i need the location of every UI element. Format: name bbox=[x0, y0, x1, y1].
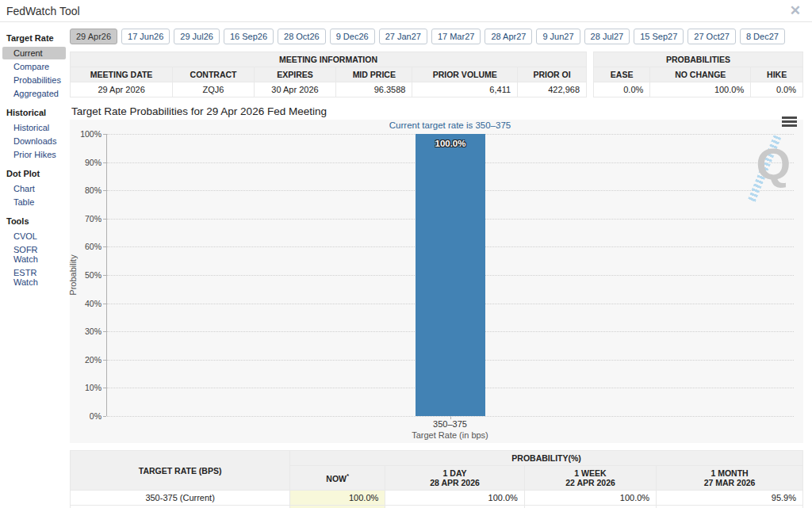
sidebar-item-prior-hikes[interactable]: Prior Hikes bbox=[2, 148, 66, 161]
y-tickmark bbox=[103, 331, 106, 332]
probabilities-title: PROBABILITIES bbox=[594, 52, 803, 67]
probability-percent-header: PROBABILITY(%) bbox=[290, 451, 803, 466]
chart-menu-icon[interactable] bbox=[782, 116, 797, 128]
column-header-line1: NOW bbox=[326, 474, 347, 483]
y-tickmark bbox=[103, 360, 106, 361]
y-tickmark bbox=[103, 304, 106, 304]
y-tick-label: 0% bbox=[90, 411, 102, 421]
tab-28-oct26[interactable]: 28 Oct26 bbox=[278, 29, 326, 44]
sidebar: Target RateCurrentCompareProbabilitiesAg… bbox=[0, 22, 68, 508]
probabilities-col-hike: HIKE bbox=[751, 67, 803, 82]
probabilities-table: PROBABILITIES EASENO CHANGEHIKE 0.0%100.… bbox=[593, 52, 803, 97]
app-header: FedWatch Tool ✕ bbox=[0, 0, 812, 22]
bar-350-375: 100.0% bbox=[416, 134, 485, 416]
probability-cell: 95.9% bbox=[657, 491, 803, 506]
sidebar-item-downloads[interactable]: Downloads bbox=[2, 135, 66, 147]
meeting-information-col-prior-oi: PRIOR OI bbox=[518, 67, 587, 82]
sidebar-heading-target-rate: Target Rate bbox=[0, 30, 68, 46]
probability-cell: 4.1% bbox=[657, 506, 803, 508]
tab-17-mar27[interactable]: 17 Mar27 bbox=[431, 29, 481, 44]
meeting-information-val-mid-price: 96.3588 bbox=[336, 82, 412, 97]
tab-28-apr27[interactable]: 28 Apr27 bbox=[485, 29, 532, 44]
probability-history-table: TARGET RATE (BPS) PROBABILITY(%) NOW*1 D… bbox=[70, 450, 803, 508]
y-axis-title: Probability bbox=[68, 243, 78, 307]
tab-9-jun27[interactable]: 9 Jun27 bbox=[536, 29, 580, 44]
tab-16-sep26[interactable]: 16 Sep26 bbox=[224, 29, 274, 44]
y-tick-label: 50% bbox=[85, 270, 102, 280]
column-header-line2: 28 APR 2026 bbox=[392, 478, 518, 487]
probability-cell: 100.0% bbox=[290, 491, 385, 506]
tab-8-dec27[interactable]: 8 Dec27 bbox=[740, 29, 785, 44]
meeting-information-val-prior-volume: 6,411 bbox=[412, 82, 518, 97]
probabilities-columns: EASENO CHANGEHIKE bbox=[594, 67, 803, 82]
tab-17-jun26[interactable]: 17 Jun26 bbox=[121, 29, 170, 44]
chart-subtitle: Current target rate is 350–375 bbox=[106, 120, 794, 130]
y-tickmark bbox=[103, 134, 106, 135]
column-header-line1: 1 DAY bbox=[443, 468, 467, 478]
sidebar-heading-historical: Historical bbox=[0, 105, 68, 120]
y-tickmark bbox=[103, 162, 106, 163]
meeting-information-col-contract: CONTRACT bbox=[173, 67, 255, 82]
column-header-now: NOW* bbox=[290, 466, 385, 491]
x-axis-title: Target Rate (in bps) bbox=[106, 430, 794, 440]
column-header-line1: 1 MONTH bbox=[710, 468, 748, 478]
meeting-information-title: MEETING INFORMATION bbox=[71, 52, 587, 67]
column-header-line2: 27 MAR 2026 bbox=[663, 478, 796, 487]
y-tickmark bbox=[103, 246, 106, 247]
target-rate-bps-header: TARGET RATE (BPS) bbox=[71, 451, 290, 491]
y-tick-label: 70% bbox=[85, 214, 102, 223]
meeting-information-columns: MEETING DATECONTRACTEXPIRESMID PRICEPRIO… bbox=[71, 67, 587, 82]
target-rate-cell: 350-375 (Current) bbox=[71, 491, 290, 506]
meeting-information-val-prior-oi: 422,968 bbox=[518, 82, 587, 97]
column-header-1-month: 1 MONTH27 MAR 2026 bbox=[657, 466, 803, 491]
meeting-information-col-prior-volume: PRIOR VOLUME bbox=[412, 67, 518, 82]
probabilities-val-ease: 0.0% bbox=[594, 82, 650, 97]
y-tickmark bbox=[103, 190, 106, 191]
column-header-line1: 1 WEEK bbox=[574, 468, 606, 478]
sidebar-item-probabilities[interactable]: Probabilities bbox=[2, 74, 66, 86]
bottom-table-body: 350-375 (Current)100.0%100.0%100.0%95.9%… bbox=[71, 491, 803, 508]
asterisk-note: * bbox=[347, 472, 349, 479]
probability-cell: 100.0% bbox=[524, 491, 656, 506]
sidebar-item-table[interactable]: Table bbox=[2, 196, 66, 208]
x-axis-ticks: 350–375 bbox=[106, 419, 794, 430]
sidebar-item-aggregated[interactable]: Aggregated bbox=[2, 87, 66, 100]
meeting-information-col-mid-price: MID PRICE bbox=[336, 67, 412, 82]
probabilities-values: 0.0%100.0%0.0% bbox=[594, 82, 803, 97]
tab-29-apr26[interactable]: 29 Apr26 bbox=[70, 29, 117, 44]
x-tickmark bbox=[450, 416, 451, 419]
probabilities-col-no-change: NO CHANGE bbox=[650, 67, 751, 82]
sidebar-item-cvol[interactable]: CVOL bbox=[2, 230, 66, 243]
meeting-information-val-meeting-date: 29 Apr 2026 bbox=[71, 82, 173, 97]
y-tickmark bbox=[103, 219, 106, 220]
sidebar-item-estr-watch[interactable]: ESTR Watch bbox=[2, 266, 66, 288]
probabilities-val-hike: 0.0% bbox=[751, 82, 803, 97]
bar-value-label: 100.0% bbox=[435, 139, 465, 148]
probabilities-col-ease: EASE bbox=[594, 67, 650, 82]
meeting-information-col-meeting-date: MEETING DATE bbox=[71, 67, 173, 82]
y-tick-label: 100% bbox=[80, 129, 102, 139]
sidebar-item-current[interactable]: Current bbox=[2, 47, 66, 59]
sidebar-item-historical[interactable]: Historical bbox=[2, 121, 66, 134]
tab-29-jul26[interactable]: 29 Jul26 bbox=[174, 29, 220, 44]
tab-27-jan27[interactable]: 27 Jan27 bbox=[379, 29, 427, 44]
tab-27-oct27[interactable]: 27 Oct27 bbox=[688, 29, 736, 44]
y-tick-label: 20% bbox=[85, 355, 102, 365]
meeting-information-values: 29 Apr 2026ZQJ630 Apr 202696.35886,41142… bbox=[71, 82, 587, 97]
plot-area: 100%90%80%70%60%50%40%30%20%10%0%100.0% bbox=[106, 134, 794, 416]
close-icon[interactable]: ✕ bbox=[790, 4, 801, 17]
x-tick-label: 350–375 bbox=[433, 419, 467, 429]
tab-28-jul27[interactable]: 28 Jul27 bbox=[584, 29, 630, 44]
sidebar-item-chart[interactable]: Chart bbox=[2, 182, 66, 195]
column-header-1-day: 1 DAY28 APR 2026 bbox=[385, 466, 525, 491]
probabilities-val-no-change: 100.0% bbox=[650, 82, 751, 97]
watermark-letter: Q bbox=[756, 142, 791, 186]
column-header-line2: 22 APR 2026 bbox=[531, 478, 649, 487]
probability-cell: 0.0% bbox=[385, 506, 525, 508]
probability-cell: 100.0% bbox=[385, 491, 525, 506]
tab-15-sep27[interactable]: 15 Sep27 bbox=[634, 29, 684, 44]
tab-9-dec26[interactable]: 9 Dec26 bbox=[330, 29, 375, 44]
meeting-information-val-expires: 30 Apr 2026 bbox=[254, 82, 335, 97]
sidebar-item-compare[interactable]: Compare bbox=[2, 60, 66, 73]
sidebar-item-sofr-watch[interactable]: SOFR Watch bbox=[2, 243, 66, 265]
